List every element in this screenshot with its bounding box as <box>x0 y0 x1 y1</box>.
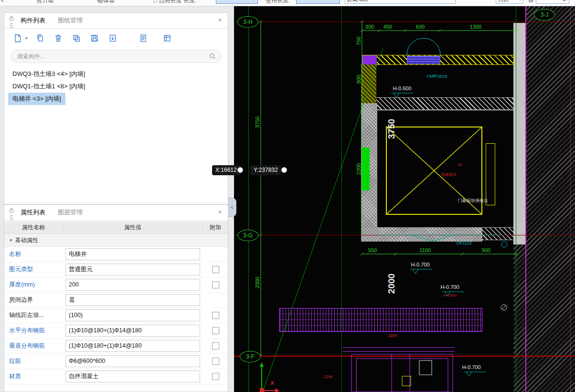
axis-line-3H <box>234 21 575 22</box>
attach-checkbox[interactable] <box>212 342 219 350</box>
drag-grip-icon[interactable] <box>10 23 13 29</box>
panel-collapse-handle[interactable]: < <box>228 198 236 217</box>
toolbar-fragment-control[interactable] <box>216 0 258 4</box>
document-icon[interactable] <box>138 32 149 44</box>
component-toolbar: ▾ <box>4 29 228 47</box>
toolbar-fragment-label: □ 点画长度 长度: <box>154 0 196 5</box>
copy-icon[interactable] <box>34 32 46 44</box>
attach-checkbox[interactable] <box>212 373 219 380</box>
property-value-cell[interactable]: (100) <box>63 309 203 321</box>
duplicate-icon[interactable] <box>71 32 82 44</box>
property-row: 水平分布钢筋 (1)Φ10@180+(1)Φ14@180 <box>4 323 228 339</box>
wall-hatch-white <box>376 97 514 110</box>
property-value-cell[interactable]: (1)Φ10@180+(1)Φ14@180 <box>63 340 203 352</box>
property-name[interactable]: 水平分布钢筋 <box>4 327 63 335</box>
canvas-label: H-0.700 <box>462 365 480 370</box>
panel-side-controls <box>8 207 15 221</box>
column-attach: 附加 <box>203 223 228 232</box>
right-wall-strip <box>513 23 526 244</box>
component-panel-header: 构件列表 图纸管理 × <box>4 13 228 29</box>
canvas-label: H-0.700 <box>440 285 459 290</box>
column-block-purple <box>362 55 377 64</box>
axis-bubble: 3-J <box>534 9 555 21</box>
property-group-row[interactable]: ▼基础属性 <box>4 234 228 247</box>
column-property-value: 属性值 <box>63 223 203 232</box>
property-name[interactable]: 材质 <box>4 372 63 381</box>
attach-checkbox[interactable] <box>212 358 219 365</box>
attach-checkbox[interactable] <box>212 281 219 288</box>
property-table: 属性名称 属性值 附加 ▼基础属性 名称 电梯井 图元类型 普通图元 厚度(mm… <box>4 221 228 392</box>
axis-bubble: 3-F <box>240 351 261 362</box>
property-value-cell[interactable]: Φ6@600*600 <box>63 355 203 367</box>
save-icon[interactable] <box>89 32 100 44</box>
export-icon[interactable] <box>107 32 118 44</box>
property-name[interactable]: 图元类型 <box>4 265 63 274</box>
canvas-label: 800 <box>356 75 362 84</box>
canvas-label: 450 <box>383 24 392 30</box>
canvas-label: 2000 <box>387 274 396 294</box>
property-name[interactable]: 垂直分布钢筋 <box>4 342 63 350</box>
wall-hatch-olive <box>361 64 376 104</box>
drag-grip-icon[interactable] <box>10 215 13 221</box>
canvas-label: H-0.700 <box>411 262 429 267</box>
attach-checkbox[interactable] <box>212 312 219 319</box>
search-icon <box>209 53 216 60</box>
property-value-cell[interactable]: (1)Φ10@180+(1)Φ14@180 <box>63 325 203 337</box>
fire-door-block <box>407 56 440 64</box>
canvas-label: J24# <box>323 375 333 379</box>
attach-checkbox[interactable] <box>212 327 219 334</box>
grid-line-vertical <box>248 6 249 392</box>
component-list-item[interactable]: DWQ3-挡土墙3 <4> [内墙] <box>8 68 89 80</box>
component-list-item[interactable]: 电梯井 <3> [内墙] <box>8 93 65 105</box>
property-row: 材质 自拌混凝土 <box>4 369 228 384</box>
close-icon[interactable]: × <box>218 208 222 216</box>
lock-icon <box>9 15 14 21</box>
component-list-item[interactable]: DWQ1-挡土墙1 <8> [内墙] <box>8 80 89 93</box>
toolbar-fragment-control[interactable]: 入防▾ <box>496 0 523 4</box>
soil-hatch-region <box>526 6 575 392</box>
canvas-label: 1300 <box>470 24 481 30</box>
component-list-panel: 构件列表 图纸管理 × ▾ <box>4 12 228 204</box>
property-name[interactable]: 名称 <box>4 250 63 258</box>
grid-line-vertical <box>341 6 342 392</box>
toolbar-fragment-control[interactable]: 距离:400 <box>345 0 456 4</box>
tab-property-list[interactable]: 属性列表 <box>21 208 45 217</box>
canvas-label: 300 <box>365 24 374 30</box>
property-value-cell[interactable]: 自拌混凝土 <box>63 371 203 382</box>
new-component-icon[interactable] <box>12 32 23 44</box>
property-row: 名称 电梯井 <box>4 247 228 262</box>
tab-component-list[interactable]: 构件列表 <box>21 16 45 25</box>
toolbar-fragment-label: 砌体墙 <box>97 0 115 5</box>
canvas-label: DK1122 <box>457 241 472 245</box>
coordinate-x-dot <box>237 167 243 173</box>
boundary-line-magenta <box>525 6 526 392</box>
detail-icon[interactable] <box>161 32 173 44</box>
property-value-cell[interactable]: 电梯井 <box>63 248 203 260</box>
property-value-cell[interactable]: 200 <box>63 279 203 291</box>
caret-down-icon[interactable]: ▾ <box>25 36 28 41</box>
toolbar-fragment-label: 剪力墙 <box>36 0 53 5</box>
attach-checkbox[interactable] <box>212 266 219 273</box>
canvas-label: 2000 <box>255 277 260 288</box>
delete-icon[interactable] <box>53 32 64 44</box>
soil-hatch-region <box>513 244 526 392</box>
drawing-canvas[interactable]: 3004506001300750800220037502000375020005… <box>234 6 575 392</box>
property-row: 轴线距左墙... (100) <box>4 308 228 323</box>
top-toolbar-strip: <剪力墙砌体墙□ 点画长度 长度:使用长度:距离:400入防▾W▴▾ <box>0 0 575 6</box>
toolbar-fragment-control[interactable] <box>296 0 340 4</box>
property-value-cell[interactable]: 普通图元 <box>63 264 203 275</box>
property-name[interactable]: 拉筋 <box>4 357 63 365</box>
canvas-label: 2200 <box>356 163 362 175</box>
property-value-cell[interactable]: 是 <box>63 294 203 306</box>
canvas-label: 900 <box>482 248 490 253</box>
tab-drawing-management[interactable]: 图纸管理 <box>58 16 83 25</box>
canvas-label: 600 <box>416 24 425 30</box>
search-input[interactable] <box>16 53 209 60</box>
toolbar-fragment-control[interactable]: ▴▾ <box>536 0 569 4</box>
property-name[interactable]: 厚度(mm) <box>4 281 63 289</box>
yellow-ledge-outline <box>486 143 495 205</box>
close-icon[interactable]: × <box>218 16 222 24</box>
axis-bubble: 3-H <box>237 16 258 28</box>
tab-layer-management[interactable]: 图层管理 <box>58 208 83 217</box>
canvas-label: X <box>270 381 274 386</box>
